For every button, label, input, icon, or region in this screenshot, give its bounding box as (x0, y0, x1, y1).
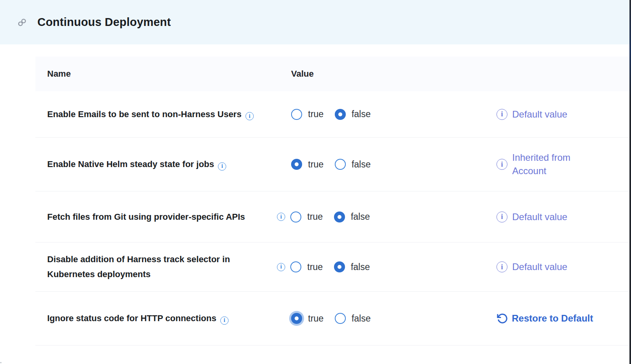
radio-true[interactable] (291, 109, 302, 120)
info-icon[interactable]: i (277, 263, 285, 271)
info-icon[interactable]: i (496, 109, 507, 120)
radio-false[interactable] (335, 159, 346, 170)
radio-group: true false (291, 313, 371, 324)
setting-row: Ignore status code for HTTP connectionsi… (35, 292, 629, 346)
radio-false-label[interactable]: false (352, 159, 371, 170)
status-inherited: i Inherited from Account (496, 151, 595, 178)
info-icon[interactable]: i (220, 316, 229, 325)
status-label[interactable]: Restore to Default (512, 312, 593, 325)
status-label: Inherited from Account (512, 151, 595, 178)
radio-false-label[interactable]: false (352, 313, 371, 324)
restore-to-default-button[interactable]: Restore to Default (496, 312, 593, 325)
setting-row: Disable addition of Harness track select… (35, 243, 629, 292)
radio-false[interactable] (335, 313, 346, 324)
radio-option-true[interactable]: true (291, 109, 324, 120)
radio-option-false[interactable]: false (335, 109, 371, 120)
setting-row: Fetch files from Git using provider-spec… (35, 191, 629, 243)
radio-group: i true false (277, 211, 370, 222)
info-icon[interactable]: i (496, 211, 507, 222)
settings-page: Continuous Deployment Name Value Enable … (0, 0, 631, 364)
setting-label: Fetch files from Git using provider-spec… (47, 212, 245, 222)
restore-icon[interactable] (496, 313, 508, 324)
radio-false-label[interactable]: false (351, 262, 370, 272)
setting-row: Enable Native Helm steady state for jobs… (35, 138, 629, 191)
setting-row: Enable Emails to be sent to non-Harness … (35, 91, 629, 138)
radio-true-label[interactable]: true (308, 159, 324, 170)
info-icon[interactable]: i (496, 159, 507, 170)
setting-name: Enable Emails to be sent to non-Harness … (47, 107, 277, 122)
setting-label: Enable Native Helm steady state for jobs (47, 159, 214, 169)
link-icon[interactable] (17, 18, 27, 27)
window-edge (629, 0, 631, 364)
radio-false[interactable] (334, 261, 345, 272)
radio-false[interactable] (335, 109, 346, 120)
table-header: Name Value (35, 57, 629, 91)
page-title: Continuous Deployment (37, 16, 171, 29)
status-label: Default value (512, 260, 567, 274)
setting-name: Disable addition of Harness track select… (47, 252, 277, 282)
status-default-value: i Default value (496, 210, 567, 224)
radio-true[interactable] (291, 313, 302, 324)
column-header-value: Value (291, 69, 314, 79)
radio-true-label[interactable]: true (307, 211, 323, 222)
radio-false-label[interactable]: false (351, 211, 370, 222)
setting-name: Ignore status code for HTTP connectionsi (47, 311, 277, 326)
radio-false-label[interactable]: false (352, 109, 371, 119)
setting-label: Disable addition of Harness track select… (47, 254, 230, 279)
radio-true-label[interactable]: true (308, 109, 324, 119)
radio-option-true[interactable]: true (290, 261, 323, 272)
setting-label: Ignore status code for HTTP connections (47, 313, 216, 323)
radio-option-false[interactable]: false (334, 261, 370, 272)
status-label: Default value (512, 108, 567, 121)
radio-true[interactable] (291, 159, 302, 170)
corner-artifact (0, 362, 2, 363)
radio-option-false[interactable]: false (335, 313, 371, 324)
info-icon[interactable]: i (496, 261, 507, 272)
radio-group: true false (291, 109, 371, 120)
status-default-value: i Default value (496, 108, 567, 121)
radio-true[interactable] (290, 261, 301, 272)
settings-table: Name Value Enable Emails to be sent to n… (35, 57, 629, 346)
status-label: Default value (512, 210, 567, 224)
radio-option-true[interactable]: true (291, 313, 324, 324)
info-icon[interactable]: i (245, 112, 254, 120)
setting-name: Fetch files from Git using provider-spec… (47, 210, 277, 224)
radio-option-true[interactable]: true (290, 211, 323, 222)
setting-name: Enable Native Helm steady state for jobs… (47, 157, 277, 172)
radio-group: true false (291, 159, 371, 170)
radio-true[interactable] (290, 211, 301, 222)
radio-option-false[interactable]: false (334, 211, 370, 222)
column-header-name: Name (47, 69, 71, 79)
radio-false[interactable] (334, 211, 345, 222)
radio-true-label[interactable]: true (307, 262, 323, 272)
setting-label: Enable Emails to be sent to non-Harness … (47, 109, 242, 119)
status-default-value: i Default value (496, 260, 567, 274)
radio-option-false[interactable]: false (335, 159, 371, 170)
info-icon[interactable]: i (218, 162, 226, 171)
radio-option-true[interactable]: true (291, 159, 324, 170)
section-header: Continuous Deployment (0, 0, 629, 44)
info-icon[interactable]: i (277, 213, 285, 221)
radio-group: i true false (277, 261, 370, 272)
radio-true-label[interactable]: true (308, 313, 324, 324)
